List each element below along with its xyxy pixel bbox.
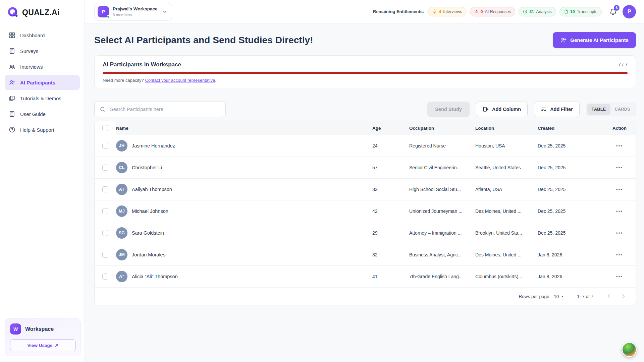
participant-name: Aaliyah Thompson — [132, 187, 172, 192]
contact-representative-link[interactable]: Contact your account representative — [145, 78, 215, 83]
ai-responses-entitlement-badge: 0 AI Responses — [470, 7, 516, 16]
dashboard-icon — [9, 32, 15, 39]
next-page-button[interactable] — [620, 293, 627, 300]
add-column-button[interactable]: Add Column — [476, 102, 528, 117]
participant-avatar: MJ — [116, 205, 127, 217]
generate-ai-participants-button[interactable]: Generate AI Participants — [553, 32, 636, 48]
workspace-avatar: W — [10, 323, 21, 335]
surveys-icon — [9, 48, 15, 54]
row-actions-button[interactable]: ••• — [616, 187, 623, 192]
sidebar-item-tutorials[interactable]: Tutorials & Demos — [5, 90, 80, 106]
participant-name: Sara Goldstein — [132, 230, 164, 236]
table-row: SG Sara Goldstein 29 Attorney – Immigrat… — [95, 222, 636, 244]
sidebar-item-label: AI Participants — [20, 80, 55, 85]
select-all-checkbox[interactable] — [102, 125, 108, 131]
column-header-action: Action — [603, 126, 636, 131]
ai-participants-icon — [9, 79, 15, 86]
microphone-icon — [432, 9, 437, 14]
participant-location: Des Moines, United ... — [475, 208, 538, 214]
participant-age: 29 — [372, 230, 409, 236]
participant-avatar: SG — [116, 227, 127, 239]
row-actions-button[interactable]: ••• — [616, 252, 623, 257]
external-arrow-icon: ↗ — [55, 343, 58, 348]
sidebar-item-help-support[interactable]: Help & Support — [5, 122, 80, 137]
participant-occupation: Registered Nurse — [409, 143, 475, 148]
floating-widget-button[interactable] — [622, 342, 637, 357]
qualz-logo-icon — [7, 6, 19, 19]
participant-age: 42 — [372, 208, 409, 214]
sidebar-item-label: Surveys — [20, 48, 38, 54]
brand-logo[interactable]: QUALZ.Ai — [0, 0, 85, 24]
sidebar-item-label: Help & Support — [20, 127, 54, 133]
online-status-dot — [107, 15, 110, 18]
participant-location: Seattle, United States — [475, 165, 538, 170]
send-study-button[interactable]: Send Study — [427, 102, 470, 117]
sidebar-item-label: User Guide — [20, 111, 46, 117]
sidebar-item-user-guide[interactable]: User Guide — [5, 106, 80, 122]
capacity-progress-bar — [103, 72, 628, 74]
sidebar-item-dashboard[interactable]: Dashboard — [5, 27, 80, 43]
participant-occupation: 7th-Grade English Lang... — [409, 274, 475, 279]
notifications-button[interactable]: 6 — [609, 8, 617, 16]
table-row: JH Jasmine Hernandez 24 Registered Nurse… — [95, 135, 636, 157]
add-filter-button[interactable]: Add Filter — [534, 102, 580, 117]
row-checkbox[interactable] — [102, 208, 108, 214]
row-actions-button[interactable]: ••• — [616, 231, 623, 235]
sidebar-item-interviews[interactable]: Interviews — [5, 59, 80, 74]
participants-table: Name Age Occupation Location Created Act… — [94, 121, 636, 305]
row-checkbox[interactable] — [102, 143, 108, 149]
sidebar: QUALZ.Ai Dashboard Surveys Interviews AI… — [0, 0, 85, 362]
analysis-entitlement-badge: 31 Analysis — [519, 7, 556, 16]
row-checkbox[interactable] — [102, 186, 108, 192]
pie-chart-icon — [523, 9, 527, 14]
top-bar: P Prajwal's Workspace 3 members Remainin… — [85, 0, 644, 23]
view-usage-button[interactable]: View Usage ↗ — [10, 339, 76, 351]
previous-page-button[interactable] — [605, 293, 612, 300]
participant-name: Jordan Morales — [132, 252, 165, 257]
table-row: CL Christopher Li 57 Senior Civil Engine… — [95, 157, 636, 178]
search-icon — [100, 106, 106, 112]
column-header-age: Age — [372, 126, 409, 131]
capacity-usage: 7 / 7 — [618, 62, 628, 67]
sidebar-item-label: Tutorials & Demos — [20, 96, 61, 101]
view-toggle: TABLE CARDS — [586, 103, 636, 116]
row-actions-button[interactable]: ••• — [616, 143, 623, 148]
pagination-range: 1–7 of 7 — [577, 294, 593, 299]
user-avatar[interactable]: P — [623, 5, 636, 18]
cards-view-tab[interactable]: CARDS — [610, 104, 635, 115]
caret-down-icon — [560, 294, 565, 299]
page-title: Select AI Participants and Send Studies … — [94, 35, 313, 46]
workspace-members: 3 members — [113, 13, 158, 17]
column-header-location: Location — [475, 126, 538, 131]
table-body: JH Jasmine Hernandez 24 Registered Nurse… — [95, 135, 636, 287]
table-toolbar: Send Study Add Column Add Filter TABLE C… — [94, 102, 636, 117]
row-actions-button[interactable]: ••• — [616, 165, 623, 170]
row-checkbox[interactable] — [102, 252, 108, 258]
row-checkbox[interactable] — [102, 274, 108, 280]
participant-location: Houston, USA — [475, 143, 538, 148]
sidebar-nav: Dashboard Surveys Interviews AI Particip… — [0, 24, 85, 137]
row-checkbox[interactable] — [102, 230, 108, 236]
participant-created: Dec 25, 2025 — [538, 143, 603, 148]
row-actions-button[interactable]: ••• — [616, 274, 623, 279]
transcripts-entitlement-badge: 10 Transcripts — [559, 7, 602, 16]
sidebar-item-ai-participants[interactable]: AI Participants — [5, 75, 80, 90]
participant-created: Dec 25, 2025 — [538, 208, 603, 214]
participant-age: 57 — [372, 165, 409, 170]
search-input[interactable] — [109, 106, 220, 112]
capacity-card: AI Participants in Workspace 7 / 7 Need … — [94, 55, 636, 88]
sidebar-item-surveys[interactable]: Surveys — [5, 43, 80, 59]
rows-per-page-select[interactable]: 10 — [554, 294, 565, 299]
row-actions-button[interactable]: ••• — [616, 209, 623, 214]
workspace-selector[interactable]: P Prajwal's Workspace 3 members — [94, 3, 172, 20]
row-checkbox[interactable] — [102, 165, 108, 171]
participant-created: Dec 25, 2025 — [538, 187, 603, 192]
table-header-row: Name Age Occupation Location Created Act… — [95, 121, 636, 135]
column-header-occupation: Occupation — [409, 126, 475, 131]
table-view-tab[interactable]: TABLE — [587, 104, 610, 115]
table-row: AT Aaliyah Thompson 33 High School Socia… — [95, 178, 636, 200]
participant-name: Alicia “Ali” Thompson — [132, 274, 178, 279]
sidebar-item-label: Interviews — [20, 64, 43, 70]
transcript-icon — [564, 9, 568, 14]
workspace-card-title: Workspace — [25, 326, 54, 332]
